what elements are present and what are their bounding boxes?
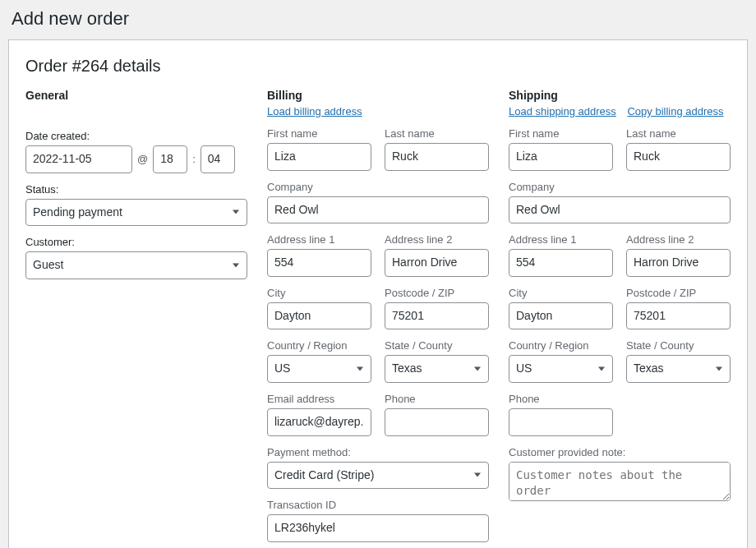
shipping-addr1-input[interactable] xyxy=(509,249,613,277)
customer-note-label: Customer provided note: xyxy=(509,446,731,458)
shipping-first-name-input[interactable] xyxy=(509,143,613,171)
billing-addr1-input[interactable] xyxy=(267,249,371,277)
load-shipping-address-link[interactable]: Load shipping address xyxy=(509,105,616,117)
hour-input[interactable] xyxy=(153,145,187,173)
shipping-postcode-label: Postcode / ZIP xyxy=(626,287,731,299)
shipping-country-label: Country / Region xyxy=(509,339,613,352)
status-select[interactable]: Pending payment xyxy=(25,199,247,227)
general-section-title: General xyxy=(25,89,68,102)
billing-last-name-input[interactable] xyxy=(385,143,489,171)
shipping-section-title: Shipping xyxy=(509,89,558,102)
billing-column: Billing Load billing address First name … xyxy=(267,89,489,542)
shipping-first-name-label: First name xyxy=(509,127,613,140)
shipping-postcode-input[interactable] xyxy=(626,302,731,330)
shipping-phone-label: Phone xyxy=(509,393,613,405)
billing-last-name-label: Last name xyxy=(385,127,489,140)
billing-city-input[interactable] xyxy=(267,302,371,330)
customer-label: Customer: xyxy=(25,236,247,248)
shipping-company-input[interactable] xyxy=(509,196,731,224)
shipping-state-label: State / County xyxy=(626,339,731,352)
copy-billing-address-link[interactable]: Copy billing address xyxy=(627,105,723,117)
transaction-id-label: Transaction ID xyxy=(267,499,489,511)
billing-first-name-label: First name xyxy=(267,127,371,140)
date-created-label: Date created: xyxy=(25,130,247,142)
shipping-country-select[interactable]: US xyxy=(509,355,613,383)
shipping-addr2-input[interactable] xyxy=(626,249,731,277)
billing-phone-input[interactable] xyxy=(385,408,489,436)
billing-email-label: Email address xyxy=(267,393,371,405)
customer-select[interactable]: Guest xyxy=(25,251,247,279)
load-billing-address-link[interactable]: Load billing address xyxy=(267,105,362,117)
status-label: Status: xyxy=(25,183,247,196)
shipping-column: Shipping Load shipping address Copy bill… xyxy=(509,89,731,542)
billing-addr2-label: Address line 2 xyxy=(385,233,489,246)
billing-city-label: City xyxy=(267,287,371,299)
customer-note-textarea[interactable] xyxy=(509,462,731,501)
page-title: Add new order xyxy=(12,8,748,30)
shipping-city-input[interactable] xyxy=(509,302,613,330)
shipping-city-label: City xyxy=(509,287,613,299)
billing-country-select[interactable]: US xyxy=(267,355,371,383)
transaction-id-input[interactable] xyxy=(267,514,489,542)
shipping-phone-input[interactable] xyxy=(509,408,613,436)
billing-addr1-label: Address line 1 xyxy=(267,233,371,246)
billing-email-input[interactable] xyxy=(267,408,371,436)
billing-section-title: Billing xyxy=(267,89,302,102)
order-panel: Order #264 details General Date created:… xyxy=(8,39,748,548)
billing-company-input[interactable] xyxy=(267,196,489,224)
date-at-separator: @ xyxy=(137,153,148,165)
shipping-last-name-input[interactable] xyxy=(626,143,731,171)
billing-phone-label: Phone xyxy=(385,393,489,405)
shipping-last-name-label: Last name xyxy=(626,127,731,140)
shipping-state-select[interactable]: Texas xyxy=(626,355,731,383)
billing-postcode-label: Postcode / ZIP xyxy=(385,287,489,299)
shipping-company-label: Company xyxy=(509,181,731,193)
date-created-input[interactable] xyxy=(25,145,132,173)
shipping-addr1-label: Address line 1 xyxy=(509,233,613,246)
billing-state-select[interactable]: Texas xyxy=(385,355,489,383)
payment-method-label: Payment method: xyxy=(267,446,489,458)
billing-first-name-input[interactable] xyxy=(267,143,371,171)
payment-method-select[interactable]: Credit Card (Stripe) xyxy=(267,462,489,490)
panel-title: Order #264 details xyxy=(25,57,731,76)
billing-state-label: State / County xyxy=(385,339,489,352)
billing-company-label: Company xyxy=(267,181,489,193)
billing-postcode-input[interactable] xyxy=(385,302,489,330)
billing-country-label: Country / Region xyxy=(267,339,371,352)
general-column: General Date created: @ : Status: xyxy=(25,89,247,542)
billing-addr2-input[interactable] xyxy=(385,249,489,277)
shipping-addr2-label: Address line 2 xyxy=(626,233,731,246)
minute-input[interactable] xyxy=(201,145,235,173)
time-colon-separator: : xyxy=(192,153,196,165)
